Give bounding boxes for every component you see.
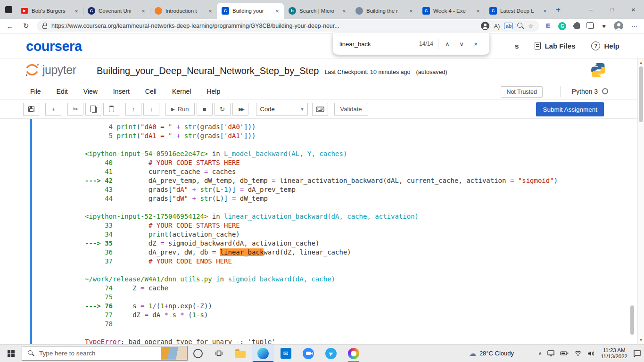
- scroll-down-icon[interactable]: ▼: [638, 337, 644, 344]
- action-center-icon[interactable]: [633, 350, 641, 357]
- validate-button[interactable]: Validate: [334, 103, 368, 116]
- read-aloud-icon[interactable]: A): [494, 23, 500, 30]
- profile-avatar[interactable]: [614, 21, 623, 31]
- help-button[interactable]: ? Help: [591, 41, 619, 50]
- telegram-icon: [325, 348, 337, 359]
- find-previous-button[interactable]: ∧: [440, 37, 454, 51]
- browser-tab[interactable]: CLatest Deep L×: [485, 3, 552, 19]
- restart-kernel-button[interactable]: ↻: [215, 103, 231, 116]
- tab-close-icon[interactable]: ×: [541, 7, 549, 15]
- minimize-button[interactable]: –: [580, 0, 602, 19]
- browser-tab[interactable]: CWeek 4 - Exe×: [418, 3, 485, 19]
- tab-close-icon[interactable]: ×: [273, 7, 281, 15]
- zoom-app-button[interactable]: [297, 345, 320, 362]
- translate-icon[interactable]: ab: [504, 23, 513, 29]
- url-text[interactable]: https://www.coursera.org/learn/neural-ne…: [51, 23, 477, 29]
- browser-essentials-icon[interactable]: ♥: [602, 23, 606, 30]
- browser-tab[interactable]: Building the r×: [351, 3, 418, 19]
- battery-icon[interactable]: [560, 351, 569, 355]
- tab-actions-icon[interactable]: [5, 6, 12, 13]
- clock[interactable]: 11:23 AM 11/13/2022: [601, 347, 627, 360]
- cortana-button[interactable]: [188, 345, 208, 362]
- browser-tab[interactable]: Introduction t×: [150, 3, 217, 19]
- search-highlight-image[interactable]: [161, 347, 187, 360]
- extension-e-icon[interactable]: E: [546, 22, 550, 30]
- settings-menu-icon[interactable]: ⋯: [631, 23, 637, 30]
- traceback-line: ---> 42 dA_prev_temp, dW_temp, db_temp =…: [85, 176, 558, 185]
- favorites-star-icon[interactable]: ☆: [528, 23, 534, 30]
- volume-icon[interactable]: [587, 351, 595, 356]
- zoom-icon[interactable]: [517, 23, 524, 29]
- add-cell-button[interactable]: +: [45, 103, 61, 116]
- browser-tab[interactable]: CBuilding your×: [217, 3, 284, 19]
- menu-cell[interactable]: Cell: [145, 88, 157, 95]
- partial-header-label[interactable]: s: [515, 42, 519, 50]
- jupyter-logo[interactable]: jupyter: [25, 63, 76, 77]
- traceback-line: 41 current_cache = caches: [85, 167, 558, 176]
- find-next-button[interactable]: ∨: [454, 37, 469, 51]
- collections-icon[interactable]: [588, 24, 594, 29]
- tab-title: Building the r: [366, 8, 404, 14]
- find-close-button[interactable]: ×: [469, 37, 483, 51]
- tray-expand-icon[interactable]: ∧: [538, 351, 542, 356]
- menu-insert[interactable]: Insert: [113, 88, 130, 95]
- menu-help[interactable]: Help: [206, 88, 220, 95]
- tab-close-icon[interactable]: ×: [206, 7, 214, 15]
- scroll-up-icon[interactable]: ▲: [638, 59, 644, 66]
- address-bar[interactable]: https://www.coursera.org/learn/neural-ne…: [37, 20, 539, 32]
- wifi-icon[interactable]: [574, 350, 582, 356]
- submit-assignment-button[interactable]: Submit Assignment: [536, 102, 604, 116]
- browser-tab[interactable]: bSearch | Micro×: [284, 3, 351, 19]
- weather-widget[interactable]: ☁ 28°C Cloudy: [469, 345, 514, 362]
- window-close-button[interactable]: ×: [623, 0, 644, 19]
- media-app-button[interactable]: [342, 345, 365, 362]
- notebook-scrollbar-thumb[interactable]: [630, 305, 634, 335]
- tab-close-icon[interactable]: ×: [474, 7, 482, 15]
- coursera-favicon: C: [489, 7, 497, 15]
- browser-tab[interactable]: CCovenant Uni×: [83, 3, 150, 19]
- task-view-button[interactable]: [208, 345, 229, 362]
- run-button[interactable]: ▶ Run: [165, 103, 195, 116]
- save-button[interactable]: [23, 103, 39, 116]
- back-button[interactable]: ←: [4, 20, 16, 32]
- restart-run-all-button[interactable]: ▶▶: [232, 103, 248, 116]
- notebook-title[interactable]: Building_your_Deep_Neural_Network_Step_b…: [97, 66, 319, 76]
- interrupt-kernel-button[interactable]: ■: [197, 103, 213, 116]
- telegram-button[interactable]: [320, 345, 342, 362]
- selected-cell-indicator[interactable]: [30, 119, 32, 344]
- tab-close-icon[interactable]: ×: [407, 7, 415, 15]
- new-tab-button[interactable]: +: [553, 4, 564, 16]
- file-explorer-button[interactable]: [229, 345, 252, 362]
- edge-button[interactable]: [252, 345, 274, 362]
- paste-cell-button[interactable]: [103, 103, 119, 116]
- taskbar-search[interactable]: Type here to search: [22, 346, 188, 361]
- start-button[interactable]: [0, 345, 22, 362]
- tab-close-icon[interactable]: ×: [140, 7, 147, 15]
- refresh-button[interactable]: ↻: [20, 20, 32, 32]
- profile-search-icon[interactable]: [481, 22, 489, 30]
- copy-cell-button[interactable]: [85, 103, 101, 116]
- menu-kernel[interactable]: Kernel: [172, 88, 191, 95]
- find-input[interactable]: linear_back: [339, 41, 371, 48]
- tab-close-icon[interactable]: ×: [73, 7, 80, 15]
- page-scrollbar[interactable]: ▲ ▼: [637, 58, 644, 344]
- command-palette-button[interactable]: [312, 103, 328, 116]
- cell-type-dropdown[interactable]: Code ▾: [256, 103, 308, 116]
- coursera-logo[interactable]: coursera: [26, 39, 82, 54]
- scrollbar-thumb[interactable]: [639, 66, 643, 122]
- display-icon[interactable]: [547, 350, 554, 356]
- maximize-button[interactable]: □: [602, 0, 623, 19]
- menu-view[interactable]: View: [83, 88, 98, 95]
- move-cell-up-button[interactable]: ↑: [125, 103, 141, 116]
- move-cell-down-button[interactable]: ↓: [143, 103, 159, 116]
- cut-cell-button[interactable]: ✂: [67, 103, 83, 116]
- browser-tab[interactable]: ▶Bob's Burgers×: [16, 3, 83, 19]
- grammarly-icon[interactable]: G: [558, 22, 566, 30]
- menu-edit[interactable]: Edit: [57, 88, 68, 95]
- tab-close-icon[interactable]: ×: [340, 7, 348, 15]
- not-trusted-badge[interactable]: Not Trusted: [501, 86, 543, 98]
- extensions-puzzle-icon[interactable]: [574, 23, 580, 29]
- mail-button[interactable]: ✉: [274, 345, 297, 362]
- menu-file[interactable]: File: [30, 88, 41, 95]
- lab-files-button[interactable]: Lab Files: [535, 42, 575, 50]
